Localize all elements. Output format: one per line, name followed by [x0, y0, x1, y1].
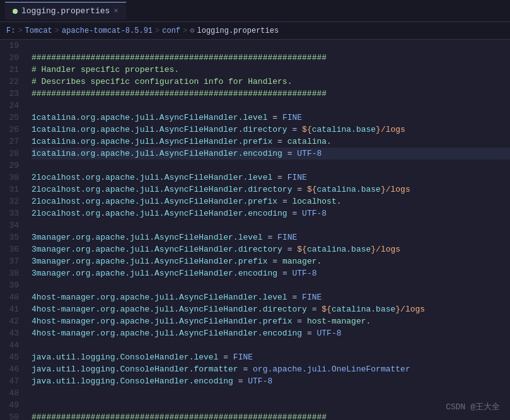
breadcrumb-folder1[interactable]: Tomcat — [25, 26, 52, 35]
line-number: 39 — [5, 279, 19, 291]
code-line — [32, 399, 510, 411]
line-number: 21 — [5, 64, 19, 76]
line-number: 49 — [5, 399, 19, 411]
line-number: 24 — [5, 100, 19, 112]
title-bar: logging.properties × — [0, 0, 510, 22]
code-line: 2localhost.org.apache.juli.AsyncFileHand… — [32, 207, 510, 219]
line-number: 37 — [5, 255, 19, 267]
code-line — [32, 339, 510, 351]
line-number: 43 — [5, 327, 19, 339]
breadcrumb-sep3: > — [155, 26, 159, 35]
line-number: 38 — [5, 267, 19, 279]
breadcrumb-sep4: > — [183, 26, 187, 35]
code-line: 1catalina.org.apache.juli.AsyncFileHandl… — [32, 136, 510, 148]
code-line: 2localhost.org.apache.juli.AsyncFileHand… — [32, 195, 510, 207]
code-line: 3manager.org.apache.juli.AsyncFileHandle… — [32, 267, 510, 279]
code-line: 3manager.org.apache.juli.AsyncFileHandle… — [32, 231, 510, 243]
line-number: 27 — [5, 136, 19, 148]
breadcrumb-drive: F: — [6, 26, 15, 35]
code-line: 1catalina.org.apache.juli.AsyncFileHandl… — [32, 112, 510, 124]
code-line: java.util.logging.ConsoleHandler.level =… — [32, 351, 510, 363]
breadcrumb-folder3[interactable]: conf — [162, 26, 180, 35]
line-number: 32 — [5, 195, 19, 207]
code-line: 4host-manager.org.apache.juli.AsyncFileH… — [32, 327, 510, 339]
code-line: 1catalina.org.apache.juli.AsyncFileHandl… — [32, 148, 510, 160]
code-line: 4host-manager.org.apache.juli.AsyncFileH… — [32, 315, 510, 327]
code-line: ########################################… — [32, 411, 510, 420]
code-line: 4host-manager.org.apache.juli.AsyncFileH… — [32, 291, 510, 303]
code-line: 3manager.org.apache.juli.AsyncFileHandle… — [32, 243, 510, 255]
line-number: 20 — [5, 52, 19, 64]
breadcrumb: F: > Tomcat > apache-tomcat-8.5.91 > con… — [0, 22, 510, 40]
code-line: # Describes specific configuration info … — [32, 76, 510, 88]
tab-modified-dot — [13, 9, 18, 14]
editor-area: 1920212223242526272829303132333435363738… — [0, 40, 510, 420]
code-line: java.util.logging.ConsoleHandler.encodin… — [32, 375, 510, 387]
code-line — [32, 160, 510, 172]
editor-tab[interactable]: logging.properties × — [5, 2, 126, 20]
code-line — [32, 219, 510, 231]
code-line: 4host-manager.org.apache.juli.AsyncFileH… — [32, 303, 510, 315]
line-number: 47 — [5, 375, 19, 387]
tab-close-button[interactable]: × — [113, 7, 118, 16]
line-number: 46 — [5, 363, 19, 375]
code-line: ########################################… — [32, 88, 510, 100]
code-line — [32, 279, 510, 291]
code-content[interactable]: ########################################… — [26, 40, 510, 420]
line-number: 31 — [5, 184, 19, 195]
code-line: java.util.logging.ConsoleHandler.formatt… — [32, 363, 510, 375]
code-line: # Handler specific properties. — [32, 64, 510, 76]
code-line — [32, 100, 510, 112]
line-number: 30 — [5, 172, 19, 184]
line-number: 40 — [5, 291, 19, 303]
line-number: 33 — [5, 207, 19, 219]
line-number: 28 — [5, 148, 19, 160]
line-number: 48 — [5, 387, 19, 399]
breadcrumb-sep2: > — [55, 26, 59, 35]
line-number: 50 — [5, 411, 19, 420]
watermark: CSDN @王大全 — [446, 401, 500, 412]
line-number: 44 — [5, 339, 19, 351]
line-number: 35 — [5, 231, 19, 243]
breadcrumb-sep1: > — [18, 26, 22, 35]
line-number: 26 — [5, 124, 19, 136]
line-number: 23 — [5, 88, 19, 100]
code-line: 2localhost.org.apache.juli.AsyncFileHand… — [32, 172, 510, 184]
line-numbers: 1920212223242526272829303132333435363738… — [0, 40, 26, 420]
breadcrumb-folder2[interactable]: apache-tomcat-8.5.91 — [62, 26, 153, 35]
line-number: 41 — [5, 303, 19, 315]
line-number: 45 — [5, 351, 19, 363]
code-line — [32, 40, 510, 52]
code-line — [32, 387, 510, 399]
line-number: 25 — [5, 112, 19, 124]
line-number: 22 — [5, 76, 19, 88]
breadcrumb-file: logging.properties — [197, 26, 279, 35]
gear-icon: ⚙ — [190, 26, 194, 35]
line-number: 29 — [5, 160, 19, 172]
line-number: 42 — [5, 315, 19, 327]
line-number: 19 — [5, 40, 19, 52]
line-number: 34 — [5, 219, 19, 231]
tab-filename: logging.properties — [21, 6, 110, 16]
line-number: 36 — [5, 243, 19, 255]
code-line: 3manager.org.apache.juli.AsyncFileHandle… — [32, 255, 510, 267]
code-line: 1catalina.org.apache.juli.AsyncFileHandl… — [32, 124, 510, 136]
code-line: 2localhost.org.apache.juli.AsyncFileHand… — [32, 184, 510, 195]
code-line: ########################################… — [32, 52, 510, 64]
